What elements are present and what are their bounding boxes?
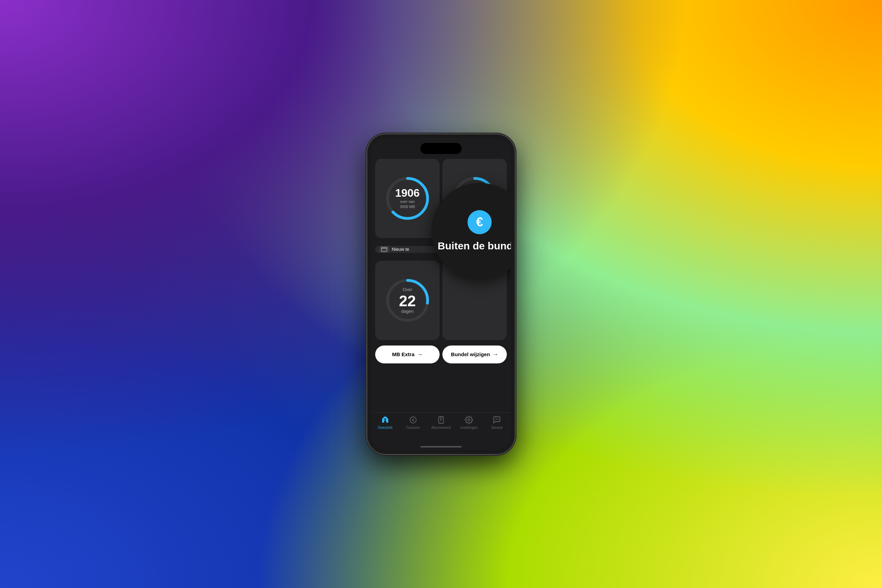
svg-rect-4 bbox=[381, 248, 387, 252]
euro-icon-circle: € bbox=[468, 210, 492, 234]
nav-item-service[interactable]: Service bbox=[483, 416, 511, 429]
nav-item-facturen[interactable]: € Facturen bbox=[399, 416, 427, 429]
tooltip-text: Buiten de bundel bbox=[438, 240, 511, 252]
euro-icon: € bbox=[476, 215, 483, 230]
bundel-wijzigen-arrow: → bbox=[493, 351, 498, 357]
dynamic-island bbox=[420, 143, 462, 154]
notification-text: Nieuw te bbox=[392, 247, 409, 252]
days-left-card[interactable]: Over 22 dagen bbox=[375, 261, 440, 340]
phone-screen: 1906 over van 3000 MB bbox=[371, 138, 511, 450]
notification-icon bbox=[380, 246, 389, 253]
svg-text:€: € bbox=[412, 418, 414, 422]
data-circle: 1906 over van 3000 MB bbox=[384, 174, 432, 222]
bottom-nav: Overzicht € Facturen bbox=[371, 412, 511, 443]
service-label: Service bbox=[491, 426, 502, 429]
data-sub: over van 3000 MB bbox=[395, 199, 420, 209]
home-indicator bbox=[371, 443, 511, 450]
mb-extra-label: MB Extra bbox=[392, 351, 414, 357]
bundel-wijzigen-label: Bundel wijzigen bbox=[451, 351, 490, 357]
abonnement-icon bbox=[436, 416, 446, 424]
overzicht-icon bbox=[381, 416, 390, 424]
home-bar bbox=[420, 446, 462, 447]
nav-item-abonnement[interactable]: Abonnement bbox=[427, 416, 455, 429]
instellingen-label: Instellingen bbox=[460, 426, 478, 429]
data-value: 1906 bbox=[395, 188, 420, 198]
facturen-icon: € bbox=[409, 416, 418, 424]
data-usage-card[interactable]: 1906 over van 3000 MB bbox=[375, 159, 440, 238]
instellingen-icon bbox=[464, 416, 473, 424]
phone-frame: 1906 over van 3000 MB bbox=[367, 134, 515, 454]
nav-item-overzicht[interactable]: Overzicht bbox=[371, 416, 399, 429]
tooltip-inner: € Buiten de bundel bbox=[438, 210, 511, 252]
svg-rect-11 bbox=[439, 417, 443, 423]
svg-point-15 bbox=[468, 419, 470, 421]
svg-point-8 bbox=[384, 418, 386, 420]
facturen-label: Facturen bbox=[406, 426, 420, 429]
service-icon bbox=[492, 416, 501, 424]
abonnement-label: Abonnement bbox=[431, 426, 451, 429]
nav-item-instellingen[interactable]: Instellingen bbox=[455, 416, 483, 429]
overzicht-label: Overzicht bbox=[378, 426, 392, 429]
phone-wrapper: 1906 over van 3000 MB bbox=[350, 112, 532, 477]
data-circle-content: 1906 over van 3000 MB bbox=[395, 188, 420, 209]
mb-extra-arrow: → bbox=[417, 351, 423, 357]
action-row: MB Extra → Bundel wijzigen → bbox=[375, 345, 507, 363]
mb-extra-button[interactable]: MB Extra → bbox=[375, 345, 440, 363]
bundel-wijzigen-button[interactable]: Bundel wijzigen → bbox=[442, 345, 507, 363]
